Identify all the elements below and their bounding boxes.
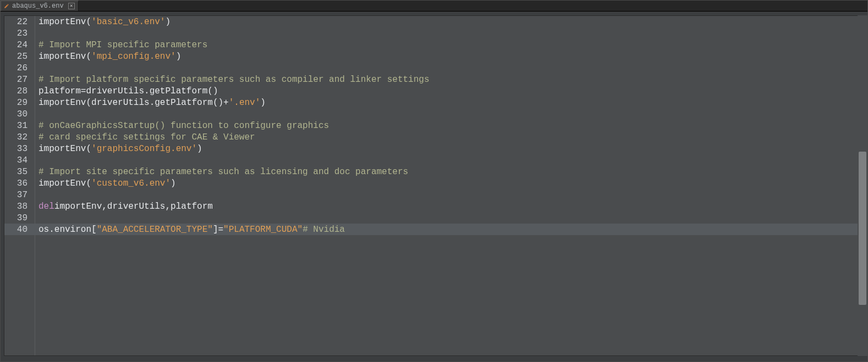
line-number[interactable]: 36 xyxy=(4,177,35,189)
line-number[interactable]: 32 xyxy=(4,131,35,143)
token-punct: . xyxy=(49,225,54,235)
token-op: = xyxy=(218,225,223,235)
token-func: importEnv xyxy=(39,52,86,62)
line-number[interactable]: 24 xyxy=(4,39,35,51)
token-func: importEnv xyxy=(39,179,86,188)
token-punct: ( xyxy=(86,17,91,27)
code-line[interactable]: importEnv('graphicsConfig.env') xyxy=(35,143,861,154)
code-line[interactable]: # onCaeGraphicsStartup() function to con… xyxy=(35,120,861,131)
token-func: importEnv xyxy=(39,17,86,27)
token-punct: ) xyxy=(260,98,266,108)
token-punct: [ xyxy=(91,225,97,235)
token-punct: ( xyxy=(86,179,91,188)
token-ident: driverUtils xyxy=(107,202,166,211)
code-line[interactable]: platform = driverUtils.getPlatform() xyxy=(35,85,861,97)
code-line[interactable]: os.environ["ABA_ACCELERATOR_TYPE"]="PLAT… xyxy=(35,224,861,235)
token-punct: . xyxy=(144,86,150,96)
token-comment: # Import site specific parameters such a… xyxy=(39,167,408,177)
token-ident: driverUtils xyxy=(91,98,150,108)
code-line[interactable] xyxy=(35,27,861,39)
token-comment: # Import MPI specific parameters xyxy=(39,40,207,50)
token-punct: ( xyxy=(86,144,91,154)
editor-window: abaqus_v6.env ✕ 222324252627282930313233… xyxy=(0,0,868,362)
line-number[interactable]: 23 xyxy=(4,27,35,39)
token-func: getPlatform xyxy=(155,98,213,108)
line-number[interactable]: 40 xyxy=(4,224,35,235)
token-str: 'graphicsConfig.env' xyxy=(91,144,197,154)
line-number[interactable]: 37 xyxy=(4,189,35,201)
code-line[interactable]: del importEnv, driverUtils, platform xyxy=(35,201,861,212)
code-line[interactable] xyxy=(35,62,861,74)
token-op: + xyxy=(223,98,229,108)
code-line[interactable] xyxy=(35,108,861,120)
line-number[interactable]: 35 xyxy=(4,166,35,177)
code-line[interactable]: # Import platform specific parameters su… xyxy=(35,74,861,85)
token-punct: () xyxy=(213,98,223,108)
line-number-gutter[interactable]: 22232425262728293031323334353637383940 xyxy=(4,16,35,355)
code-line[interactable]: # card specific settings for CAE & Viewe… xyxy=(35,131,861,143)
token-comment: # Nvidia xyxy=(303,225,345,235)
code-line[interactable]: importEnv('custom_v6.env') xyxy=(35,177,861,189)
code-line[interactable]: # Import MPI specific parameters xyxy=(35,39,861,51)
token-ident: environ xyxy=(54,225,91,235)
line-number[interactable]: 29 xyxy=(4,97,35,108)
file-tab[interactable]: abaqus_v6.env ✕ xyxy=(1,1,79,11)
token-str: "PLATFORM_CUDA" xyxy=(223,225,303,235)
code-line[interactable] xyxy=(35,212,861,224)
line-number[interactable]: 27 xyxy=(4,74,35,85)
token-ident: platform xyxy=(171,202,213,211)
token-keyword: del xyxy=(39,202,54,211)
token-comment: # onCaeGraphicsStartup() function to con… xyxy=(39,121,329,131)
vertical-scrollbar[interactable] xyxy=(858,15,867,356)
token-ident: importEnv xyxy=(54,202,102,211)
token-punct: ( xyxy=(86,98,91,108)
line-number[interactable]: 22 xyxy=(4,16,35,27)
token-op: = xyxy=(81,86,86,96)
line-number[interactable]: 39 xyxy=(4,212,35,224)
pencil-icon xyxy=(3,3,10,9)
code-line[interactable]: # Import site specific parameters such a… xyxy=(35,166,861,177)
line-number[interactable]: 28 xyxy=(4,85,35,97)
token-comment: # Import platform specific parameters su… xyxy=(39,75,430,85)
token-ident: platform xyxy=(39,86,81,96)
code-content[interactable]: importEnv('basic_v6.env')# Import MPI sp… xyxy=(35,16,861,355)
code-line[interactable]: importEnv('mpi_config.env') xyxy=(35,51,861,62)
token-punct: ( xyxy=(86,52,91,62)
line-number[interactable]: 31 xyxy=(4,120,35,131)
token-punct: , xyxy=(165,202,171,211)
tab-bar: abaqus_v6.env ✕ xyxy=(1,1,867,12)
token-punct: ) xyxy=(197,144,202,154)
close-icon[interactable]: ✕ xyxy=(68,3,75,9)
editor-viewport[interactable]: 22232425262728293031323334353637383940 i… xyxy=(4,15,862,356)
token-func: importEnv xyxy=(39,98,86,108)
token-str: '.env' xyxy=(229,98,261,108)
code-line[interactable] xyxy=(35,189,861,201)
token-ident: os xyxy=(39,225,49,235)
line-number[interactable]: 33 xyxy=(4,143,35,154)
editor-area: 22232425262728293031323334353637383940 i… xyxy=(1,12,867,361)
token-punct: , xyxy=(102,202,107,211)
line-number[interactable]: 38 xyxy=(4,201,35,212)
token-punct: ] xyxy=(213,225,218,235)
line-number[interactable]: 25 xyxy=(4,51,35,62)
token-str: "ABA_ACCELERATOR_TYPE" xyxy=(97,225,213,235)
line-number[interactable]: 26 xyxy=(4,62,35,74)
token-punct: ) xyxy=(165,17,171,27)
code-line[interactable]: importEnv(driverUtils.getPlatform() + '.… xyxy=(35,97,861,108)
code-line[interactable]: importEnv('basic_v6.env') xyxy=(35,16,861,27)
code-line[interactable] xyxy=(35,154,861,166)
scrollbar-thumb[interactable] xyxy=(859,152,866,305)
token-punct: ) xyxy=(171,179,176,188)
token-ident: driverUtils xyxy=(86,86,144,96)
line-number[interactable]: 30 xyxy=(4,108,35,120)
line-number[interactable]: 34 xyxy=(4,154,35,166)
token-punct: . xyxy=(150,98,155,108)
token-func: getPlatform xyxy=(150,86,208,96)
token-punct: () xyxy=(207,86,218,96)
tab-filename: abaqus_v6.env xyxy=(12,2,64,10)
token-punct: ) xyxy=(176,52,182,62)
token-func: importEnv xyxy=(39,144,86,154)
token-str: 'basic_v6.env' xyxy=(91,17,165,27)
token-comment: # card specific settings for CAE & Viewe… xyxy=(39,132,255,142)
token-str: 'mpi_config.env' xyxy=(91,52,176,62)
